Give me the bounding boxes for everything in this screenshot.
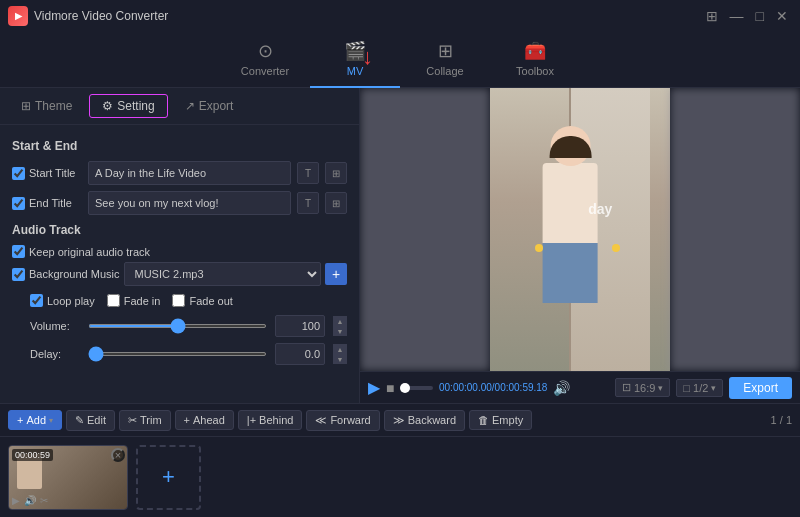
- progress-handle[interactable]: [400, 383, 410, 393]
- trim-button[interactable]: ✂ Trim: [119, 410, 171, 431]
- behind-label: Behind: [259, 414, 293, 426]
- end-title-grid-btn[interactable]: ⊞: [325, 192, 347, 214]
- loop-play-checkbox[interactable]: [30, 294, 43, 307]
- fade-out-opt: Fade out: [172, 294, 232, 307]
- nav-converter[interactable]: ⊙ Converter: [220, 32, 310, 88]
- end-title-checkbox[interactable]: [12, 197, 25, 210]
- tl-sound-icon[interactable]: 🔊: [24, 495, 36, 506]
- add-music-btn[interactable]: +: [325, 263, 347, 285]
- tl-play-icon[interactable]: ▶: [12, 495, 20, 506]
- dot-left: [535, 244, 543, 252]
- stop-button[interactable]: ■: [386, 380, 394, 396]
- trim-label: Trim: [140, 414, 162, 426]
- empty-button[interactable]: 🗑 Empty: [469, 410, 532, 430]
- theme-icon: ⊞: [21, 99, 31, 113]
- timeline-duration: 00:00:59: [12, 449, 53, 461]
- ahead-icon: +: [184, 414, 190, 426]
- add-button[interactable]: + Add ▾: [8, 410, 62, 430]
- start-title-text-btn[interactable]: T: [297, 162, 319, 184]
- edit-button[interactable]: ✎ Edit: [66, 410, 115, 431]
- tab-theme[interactable]: ⊞ Theme: [8, 94, 85, 118]
- forward-button[interactable]: ≪ Forward: [306, 410, 379, 431]
- converter-icon: ⊙: [258, 40, 273, 62]
- timeline-add-icon: +: [162, 464, 175, 490]
- tab-setting[interactable]: ⚙ Setting: [89, 94, 167, 118]
- music-select[interactable]: MUSIC 2.mp3: [124, 262, 322, 286]
- grid-btn[interactable]: ⊞: [702, 6, 722, 26]
- title-bar: ▶ Vidmore Video Converter ⊞ — □ ✕: [0, 0, 800, 32]
- fade-in-label: Fade in: [124, 295, 161, 307]
- bottom-toolbar: + Add ▾ ✎ Edit ✂ Trim + Ahead |+ Behind …: [0, 403, 800, 437]
- timeline-controls: ▶ 🔊 ✂: [12, 495, 48, 506]
- delay-down-btn[interactable]: ▼: [333, 354, 347, 364]
- person-jeans: [543, 243, 598, 303]
- maximize-btn[interactable]: □: [752, 6, 768, 26]
- nav-collage[interactable]: ⊞ Collage: [400, 32, 490, 88]
- timeline-add-btn[interactable]: +: [136, 445, 201, 510]
- end-title-text-btn[interactable]: T: [297, 192, 319, 214]
- left-panel: ⊞ Theme ⚙ Setting ↗ Export Start & End: [0, 88, 360, 403]
- backward-label: Backward: [408, 414, 456, 426]
- behind-button[interactable]: |+ Behind: [238, 410, 303, 430]
- empty-label: Empty: [492, 414, 523, 426]
- keep-original-label: Keep original audio track: [29, 246, 150, 258]
- end-title-input[interactable]: [88, 191, 291, 215]
- gear-icon: ⚙: [102, 99, 113, 113]
- minimize-btn[interactable]: —: [726, 6, 748, 26]
- backward-icon: ≫: [393, 414, 405, 427]
- play-button[interactable]: ▶: [368, 378, 380, 397]
- dot-right: [612, 244, 620, 252]
- audio-section: Audio Track Keep original audio track Ba…: [12, 223, 347, 365]
- volume-slider[interactable]: [88, 324, 267, 328]
- volume-up-btn[interactable]: ▲: [333, 316, 347, 326]
- forward-label: Forward: [330, 414, 370, 426]
- volume-down-btn[interactable]: ▼: [333, 326, 347, 336]
- timeline-close-btn[interactable]: ×: [111, 448, 125, 462]
- backward-button[interactable]: ≫ Backward: [384, 410, 465, 431]
- end-title-row: End Title T ⊞: [12, 191, 347, 215]
- volume-input[interactable]: [275, 315, 325, 337]
- edit-label: Edit: [87, 414, 106, 426]
- aspect-value: 16:9: [634, 382, 655, 394]
- page-selector[interactable]: □ 1/2 ▾: [676, 379, 723, 397]
- fade-in-checkbox[interactable]: [107, 294, 120, 307]
- start-title-checkbox[interactable]: [12, 167, 25, 180]
- volume-icon[interactable]: 🔊: [553, 380, 570, 396]
- delay-up-btn[interactable]: ▲: [333, 344, 347, 354]
- export-button[interactable]: Export: [729, 377, 792, 399]
- time-current: 00:00:00.00: [439, 382, 492, 393]
- add-icon: +: [17, 414, 23, 426]
- main-content: ⊞ Theme ⚙ Setting ↗ Export Start & End: [0, 88, 800, 403]
- start-title-grid-btn[interactable]: ⊞: [325, 162, 347, 184]
- top-nav: ⊙ Converter 🎬 MV ⊞ Collage 🧰 Toolbox: [0, 32, 800, 88]
- volume-spinners: ▲ ▼: [333, 316, 347, 336]
- fade-in-opt: Fade in: [107, 294, 161, 307]
- mv-icon: 🎬: [344, 40, 366, 62]
- start-title-input[interactable]: [88, 161, 291, 185]
- video-bg: day: [490, 88, 670, 371]
- tab-setting-label: Setting: [117, 99, 154, 113]
- nav-mv[interactable]: 🎬 MV: [310, 32, 400, 88]
- delay-input[interactable]: [275, 343, 325, 365]
- add-label: Add: [26, 414, 46, 426]
- delay-row: Delay: ▲ ▼: [30, 343, 347, 365]
- tab-export-label: Export: [199, 99, 234, 113]
- aspect-selector[interactable]: ⊡ 16:9 ▾: [615, 378, 670, 397]
- delay-slider[interactable]: [88, 352, 267, 356]
- fade-out-checkbox[interactable]: [172, 294, 185, 307]
- tab-theme-label: Theme: [35, 99, 72, 113]
- nav-toolbox[interactable]: 🧰 Toolbox: [490, 32, 580, 88]
- nav-converter-label: Converter: [241, 65, 289, 77]
- nav-mv-label: MV: [347, 65, 364, 77]
- ahead-button[interactable]: + Ahead: [175, 410, 234, 430]
- window-controls: ⊞ — □ ✕: [702, 6, 792, 26]
- audiotrack-title: Audio Track: [12, 223, 347, 237]
- delay-value-wrapper: [275, 343, 325, 365]
- close-btn[interactable]: ✕: [772, 6, 792, 26]
- keep-original-checkbox[interactable]: [12, 245, 25, 258]
- tl-trim-icon[interactable]: ✂: [40, 495, 48, 506]
- volume-row: Volume: ▲ ▼: [30, 315, 347, 337]
- progress-track[interactable]: [400, 386, 433, 390]
- bg-music-checkbox[interactable]: [12, 268, 25, 281]
- tab-export[interactable]: ↗ Export: [172, 94, 247, 118]
